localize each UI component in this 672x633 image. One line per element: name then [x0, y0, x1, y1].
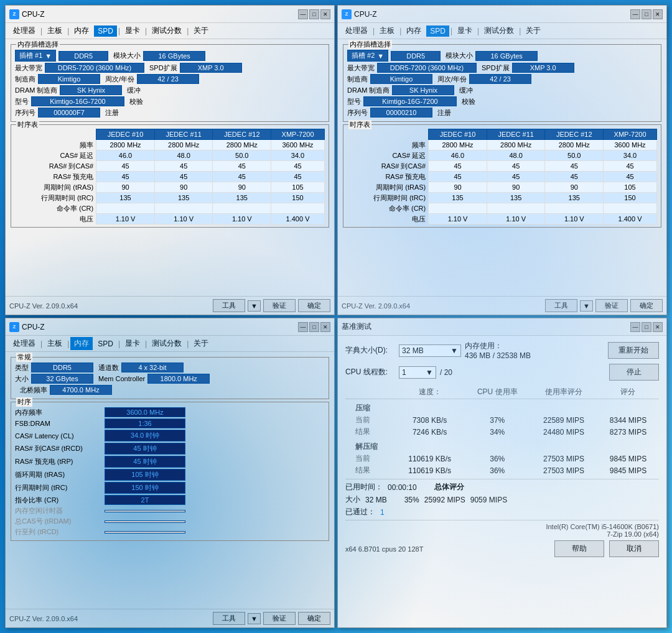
- menu-spd-1[interactable]: SPD: [94, 25, 117, 37]
- mfr-label-1: 制造商: [15, 75, 35, 84]
- row-cycle-value: 150 时钟: [105, 482, 185, 494]
- maximize-btn-3[interactable]: □: [309, 322, 319, 332]
- menu-gpu-2[interactable]: 显卡: [454, 24, 476, 37]
- slot-group-2: 内存插槽选择 插槽 #2 ▼ DDR5 模块大小 16 GBytes 最大带宽 …: [343, 44, 661, 122]
- total-score-label: 总体评分: [434, 482, 464, 492]
- model-label-1: 型号: [15, 97, 29, 106]
- type-row: 类型 DDR5 通道数 4 x 32-bit: [15, 363, 325, 372]
- maximize-btn-1[interactable]: □: [309, 9, 319, 19]
- timing-row-cr-2: 命令率 (CR): [347, 203, 657, 214]
- verify-btn-3[interactable]: 验证: [263, 612, 296, 625]
- menu-gpu-3[interactable]: 显卡: [121, 337, 144, 350]
- confirm-btn-2[interactable]: 确定: [630, 299, 663, 312]
- tool-btn-3[interactable]: 工具: [213, 612, 245, 625]
- decompress-result-cpu: 36%: [464, 464, 530, 476]
- serial-row-2: 序列号 00000210 注册: [347, 108, 657, 118]
- menu-spd-3[interactable]: SPD: [94, 338, 117, 349]
- cpu-threads-select[interactable]: 1 ▼: [399, 366, 436, 379]
- fsb-value: 1:36: [105, 418, 185, 428]
- menu-gpu-1[interactable]: 显卡: [121, 24, 144, 37]
- close-btn-2[interactable]: ✕: [653, 9, 663, 19]
- ras-to-cas-value: 45 时钟: [105, 443, 185, 455]
- menu-spd-2[interactable]: SPD: [426, 25, 449, 37]
- spd-ext-label-1: SPD扩展: [149, 63, 177, 73]
- minimize-btn-2[interactable]: —: [630, 9, 640, 19]
- bench-cancel-btn[interactable]: 取消: [609, 540, 659, 557]
- bench-content: 字典大小(D): 32 MB ▼ 内存使用： 436 MB / 32538 MB…: [338, 336, 666, 627]
- tool-arrow-2[interactable]: ▼: [580, 300, 593, 312]
- channels-value: 4 x 32-bit: [121, 363, 184, 372]
- menu-bench-3[interactable]: 测试分数: [148, 337, 185, 350]
- minimize-btn-3[interactable]: —: [298, 322, 308, 332]
- help-btn[interactable]: 帮助: [554, 540, 604, 557]
- confirm-btn-3[interactable]: 确定: [298, 612, 330, 625]
- label-trc-1: 行周期时间 (tRC): [15, 193, 96, 203]
- menu-bench-1[interactable]: 测试分数: [148, 24, 185, 37]
- slot-select-1[interactable]: 插槽 #1 ▼: [15, 50, 56, 62]
- decompress-section-label: 解压缩: [345, 438, 659, 453]
- label-tras-1: 周期时间 (tRAS): [15, 182, 96, 193]
- timing-group-1: 时序表 JEDEC #10 JEDEC #11 JEDEC #12 XMP-72…: [11, 124, 329, 228]
- menu-processor-2[interactable]: 处理器: [342, 24, 371, 37]
- menu-board-3[interactable]: 主板: [44, 337, 66, 350]
- mfr-row-2: 制造商 Kimtigo 周次/年份 42 / 23: [347, 74, 657, 84]
- menu-about-3[interactable]: 关于: [190, 337, 212, 350]
- decompress-result-cpu-score: 27503 MIPS: [530, 464, 597, 476]
- elapsed-label: 已用时间：: [345, 482, 383, 492]
- maximize-btn-2[interactable]: □: [642, 9, 651, 19]
- mfr-2: Kimtigo: [370, 74, 432, 84]
- passed-label: 已通过：: [345, 507, 375, 517]
- close-btn-3[interactable]: ✕: [320, 322, 330, 332]
- menu-processor-3[interactable]: 处理器: [9, 337, 39, 350]
- cpuz-window-2: Z CPU-Z — □ ✕ 处理器 | 主板 | 内存 SPD | 显卡 | 测…: [337, 5, 667, 315]
- title-bar-2: Z CPU-Z — □ ✕: [338, 6, 666, 23]
- timing-row-tras-2: 周期时间 (tRAS) 909090105: [347, 182, 657, 193]
- slot-group-1: 内存插槽选择 插槽 #1 ▼ DDR5 模块大小 16 GBytes 最大带宽 …: [11, 44, 329, 122]
- menu-processor-1[interactable]: 处理器: [9, 24, 39, 37]
- cmd-row: 指令比率 (CR) 2T: [15, 495, 325, 505]
- verify-btn-2[interactable]: 验证: [595, 299, 628, 312]
- dict-size-select[interactable]: 32 MB ▼: [399, 344, 461, 357]
- menu-about-2[interactable]: 关于: [522, 24, 544, 37]
- cpuz-window-1: Z CPU-Z — □ ✕ 处理器 | 主板 | 内存 SPD | 显卡 | 测…: [5, 5, 335, 315]
- cas-value: 34.0 时钟: [105, 430, 185, 441]
- menu-bench-2[interactable]: 测试分数: [480, 24, 518, 37]
- menu-board-2[interactable]: 主板: [376, 24, 398, 37]
- menu-memory-1[interactable]: 内存: [70, 24, 93, 37]
- row-cycle-row: 行周期时间 (tRC) 150 时钟: [15, 482, 325, 494]
- compress-current-speed: 7308 KB/s: [395, 414, 464, 426]
- stop-btn[interactable]: 停止: [609, 364, 659, 381]
- slot-select-2[interactable]: 插槽 #2 ▼: [347, 50, 388, 62]
- bench-maximize[interactable]: □: [642, 322, 651, 332]
- timing-row-trc-1: 行周期时间 (tRC) 135135135150: [15, 193, 325, 203]
- minimize-btn-1[interactable]: —: [298, 9, 308, 19]
- tool-arrow-1[interactable]: ▼: [248, 300, 261, 312]
- tool-arrow-3[interactable]: ▼: [248, 613, 261, 624]
- timing-row-tras-1: 周期时间 (tRAS) 909090105: [15, 182, 325, 193]
- mem-idle-row: 内存空闲计时器: [15, 506, 325, 515]
- dram-2: SK Hynix: [392, 85, 454, 95]
- mem-usage-label: 内存使用：: [465, 341, 502, 350]
- cpuz-window-3: Z CPU-Z — □ ✕ 处理器 | 主板 | 内存 SPD | 显卡 | 测…: [5, 318, 335, 628]
- module-type-2: DDR5: [391, 51, 441, 61]
- menu-bar-1: 处理器 | 主板 | 内存 SPD | 显卡 | 测试分数 | 关于: [6, 23, 334, 39]
- close-btn-1[interactable]: ✕: [320, 9, 330, 19]
- check-label-1: 校验: [129, 97, 143, 106]
- menu-memory-3[interactable]: 内存: [70, 337, 93, 350]
- ras-pre-row: RAS# 预充电 (tRP) 45 时钟: [15, 456, 325, 468]
- summary-pct: 35%: [404, 496, 419, 504]
- bench-close[interactable]: ✕: [653, 322, 663, 332]
- bench-minimize[interactable]: —: [630, 322, 640, 332]
- menu-about-1[interactable]: 关于: [190, 24, 212, 37]
- tool-btn-2[interactable]: 工具: [545, 299, 577, 312]
- restart-btn[interactable]: 重新开始: [608, 342, 659, 359]
- compress-result-label: 结果: [345, 426, 395, 438]
- model-row-2: 型号 Kimtigo-16G-7200 校验: [347, 96, 657, 106]
- verify-btn-1[interactable]: 验证: [263, 299, 296, 312]
- version-2: CPU-Z Ver. 2.09.0.x64: [342, 302, 543, 310]
- tool-btn-1[interactable]: 工具: [213, 299, 245, 312]
- menu-memory-2[interactable]: 内存: [403, 24, 425, 37]
- confirm-btn-1[interactable]: 确定: [298, 299, 330, 312]
- mem-idle-value: [105, 510, 185, 512]
- menu-board-1[interactable]: 主板: [44, 24, 66, 37]
